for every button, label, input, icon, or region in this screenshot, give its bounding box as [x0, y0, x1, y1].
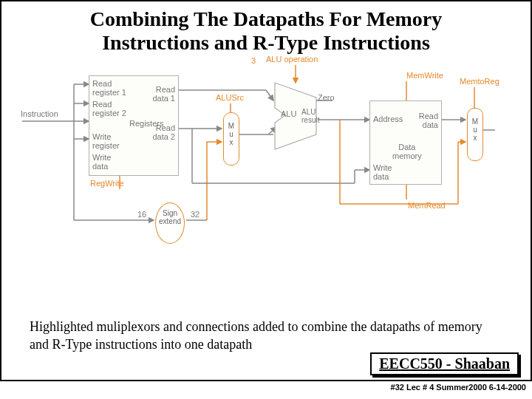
alusrc-label: ALUSrc	[216, 93, 244, 102]
subfooter: #32 Lec # 4 Summer2000 6-14-2000	[391, 383, 526, 392]
zero-label: Zero	[318, 93, 335, 102]
address-label: Address	[373, 115, 403, 123]
write-reg: Write register	[92, 132, 120, 150]
register-file: Read register 1 Read register 2 Write re…	[89, 75, 179, 176]
width-16: 16	[137, 210, 146, 219]
slide-frame: Combining The Datapaths For Memory Instr…	[0, 0, 532, 381]
read-data-label: Read data	[419, 112, 438, 129]
instruction-label: Instruction	[21, 109, 58, 118]
caption: Highlighted muliplexors and connections …	[30, 318, 502, 353]
regwrite-label: RegWrite	[90, 179, 124, 188]
title-line2: Instructions and R-Type Instructions	[102, 31, 430, 54]
read-data-1: Read data 1	[152, 85, 175, 103]
mem-write-data-label: Write data	[373, 163, 392, 181]
memwrite-label: MemWrite	[406, 71, 443, 80]
data-memory-name: Data memory	[392, 143, 422, 160]
width-32: 32	[191, 210, 200, 219]
memread-label: MemRead	[408, 201, 446, 210]
read-reg-2: Read register 2	[92, 100, 126, 117]
memtoreg-mux: M u x	[467, 108, 483, 161]
title-line1: Combining The Datapaths For Memory	[90, 7, 443, 30]
datapath-diagram: Instruction Read register 1 Read registe…	[22, 65, 510, 257]
registers-name: Registers	[129, 119, 163, 128]
alusrc-mux: M u x	[223, 112, 239, 166]
write-data: Write data	[92, 153, 111, 171]
data-memory: Address Read data Data memory Write data	[369, 100, 442, 185]
alu-name: ALU	[281, 109, 296, 118]
read-reg-1: Read register 1	[92, 79, 126, 97]
alu-result-label: ALU result	[301, 108, 319, 124]
memtoreg-label: MemtoReg	[460, 77, 499, 86]
aluop-label: ALU operation	[266, 55, 318, 64]
footer-box: EECC550 - Shaaban	[370, 352, 519, 375]
three-label: 3	[251, 56, 256, 65]
sign-extend: Sign extend	[155, 202, 185, 244]
svg-line-7	[266, 90, 273, 100]
slide-title: Combining The Datapaths For Memory Instr…	[1, 1, 531, 58]
